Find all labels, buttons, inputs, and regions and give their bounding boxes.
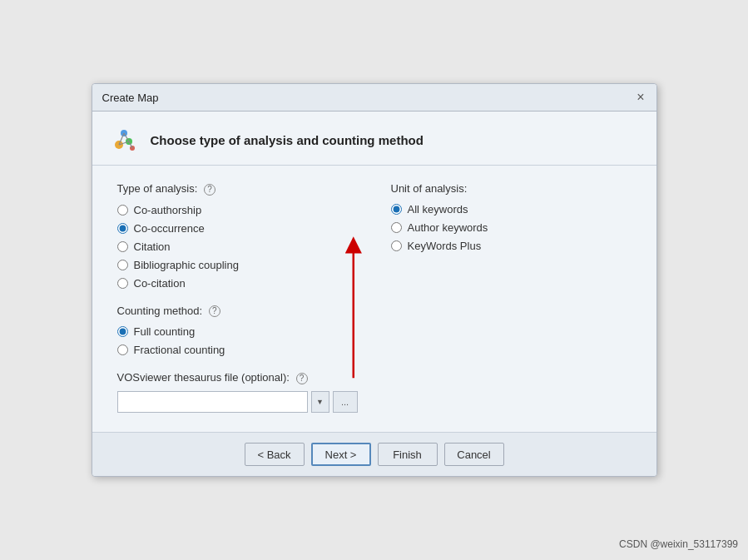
counting-section: Counting method: ? Full counting Fractio… — [117, 305, 358, 357]
all-keywords-label: All keywords — [408, 203, 468, 216]
radio-citation[interactable]: Citation — [117, 240, 358, 253]
right-column: Unit of analysis: All keywords Author ke… — [391, 182, 632, 415]
radio-full-counting[interactable]: Full counting — [117, 325, 358, 338]
radio-co-occurrence[interactable]: Co-occurrence — [117, 222, 358, 235]
cancel-button[interactable]: Cancel — [444, 443, 504, 466]
counting-method-group: Full counting Fractional counting — [117, 325, 358, 356]
author-keywords-label: Author keywords — [408, 221, 488, 234]
create-map-dialog: Create Map × Choose type of analysis and… — [92, 83, 657, 477]
unit-of-analysis-label: Unit of analysis: — [391, 182, 632, 195]
close-button[interactable]: × — [635, 91, 646, 104]
radio-co-citation[interactable]: Co-citation — [117, 277, 358, 290]
fractional-counting-label: Fractional counting — [134, 344, 225, 356]
thesaurus-input-row: ▼ ... — [117, 391, 358, 413]
radio-all-keywords[interactable]: All keywords — [391, 203, 632, 216]
full-counting-label: Full counting — [134, 325, 196, 338]
header-icon — [109, 125, 139, 155]
type-of-analysis-group: Co-authorship Co-occurrence Citation Bib… — [117, 204, 358, 290]
thesaurus-help-icon[interactable]: ? — [296, 373, 308, 384]
radio-keywords-plus[interactable]: KeyWords Plus — [391, 240, 632, 252]
type-of-analysis-label: Type of analysis: ? — [117, 182, 358, 196]
thesaurus-browse-button[interactable]: ... — [333, 391, 358, 413]
radio-co-authorship[interactable]: Co-authorship — [117, 204, 358, 216]
dialog-body: Type of analysis: ? Co-authorship Co-occ… — [92, 166, 656, 432]
next-button[interactable]: Next > — [311, 443, 371, 466]
dialog-title: Create Map — [102, 92, 159, 104]
dialog-footer: < Back Next > Finish Cancel — [92, 432, 656, 476]
header-title: Choose type of analysis and counting met… — [151, 133, 424, 147]
back-button[interactable]: < Back — [245, 443, 305, 466]
thesaurus-dropdown-arrow[interactable]: ▼ — [311, 391, 329, 413]
bibliographic-coupling-label: Bibliographic coupling — [134, 259, 239, 271]
finish-button[interactable]: Finish — [378, 443, 438, 466]
thesaurus-label: VOSviewer thesaurus file (optional): ? — [117, 371, 358, 384]
thesaurus-input[interactable] — [117, 391, 308, 413]
radio-bibliographic-coupling[interactable]: Bibliographic coupling — [117, 259, 358, 271]
left-column: Type of analysis: ? Co-authorship Co-occ… — [117, 182, 358, 415]
unit-of-analysis-group: All keywords Author keywords KeyWords Pl… — [391, 203, 632, 252]
watermark: CSDN @weixin_53117399 — [619, 538, 738, 550]
thesaurus-section: VOSviewer thesaurus file (optional): ? ▼… — [117, 371, 358, 413]
co-authorship-label: Co-authorship — [134, 204, 202, 216]
citation-label: Citation — [134, 240, 171, 253]
radio-fractional-counting[interactable]: Fractional counting — [117, 344, 358, 356]
counting-method-help-icon[interactable]: ? — [209, 305, 220, 317]
keywords-plus-label: KeyWords Plus — [408, 240, 482, 252]
co-citation-label: Co-citation — [134, 277, 186, 290]
dialog-titlebar: Create Map × — [92, 84, 656, 112]
counting-method-label: Counting method: ? — [117, 305, 358, 318]
co-occurrence-label: Co-occurrence — [134, 222, 205, 235]
dialog-header: Choose type of analysis and counting met… — [92, 112, 656, 166]
type-of-analysis-help-icon[interactable]: ? — [204, 184, 215, 196]
radio-author-keywords[interactable]: Author keywords — [391, 221, 632, 234]
